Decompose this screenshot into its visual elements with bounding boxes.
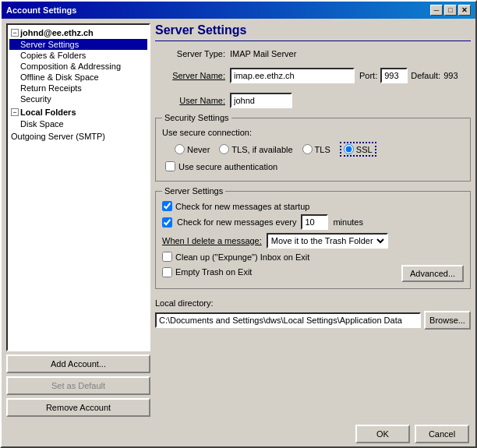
check-every-checkbox[interactable] [162,217,172,228]
minimize-button[interactable]: ─ [430,5,443,16]
sidebar-item-outgoing-smtp[interactable]: Outgoing Server (SMTP) [9,131,147,142]
server-type-value: IMAP Mail Server [230,49,296,58]
radio-tls-available-text: TLS, if available [231,145,292,154]
close-button[interactable]: ✕ [458,5,471,16]
delete-message-row: When I delete a message: Move it to the … [162,233,464,249]
secure-auth-row: Use secure authentication [165,161,464,171]
sidebar-item-server-settings[interactable]: Server Settings [9,39,147,50]
server-type-label: Server Type: [155,49,225,58]
ok-button[interactable]: OK [355,425,410,443]
sidebar-item-security[interactable]: Security [9,93,147,104]
main-content: − johnd@ee.ethz.ch Server Settings Copie… [2,19,475,422]
account-settings-window: Account Settings ─ □ ✕ − johnd@ee.ethz.c… [0,0,477,448]
tree-view: − johnd@ee.ethz.ch Server Settings Copie… [6,23,150,351]
check-every-label: Check for new messages every [177,217,296,227]
set-default-button[interactable]: Set as Default [6,376,150,395]
port-input[interactable] [380,68,408,83]
remove-account-button[interactable]: Remove Account [6,398,150,417]
radio-options-row: Never TLS, if available TLS SSL [175,142,464,157]
account-label[interactable]: johnd@ee.ethz.ch [20,28,94,37]
server-name-row: Server Name: Port: Default: 993 [155,68,471,83]
advanced-button[interactable]: Advanced... [401,265,464,282]
account-collapse-icon[interactable]: − [11,29,19,37]
default-label: Default: [411,71,440,80]
left-buttons: Add Account... Set as Default Remove Acc… [6,355,150,417]
local-directory-input[interactable] [155,312,421,328]
empty-trash-label: Empty Trash on Exit [175,267,252,277]
username-input[interactable] [230,93,292,108]
port-label: Port: [359,71,377,80]
delete-message-label: When I delete a message: [162,236,262,245]
radio-never-label[interactable]: Never [175,144,210,154]
check-startup-row: Check for new messages at startup [162,201,464,211]
cancel-button[interactable]: Cancel [415,425,469,443]
sidebar-item-offline-disk[interactable]: Offline & Disk Space [9,72,147,83]
add-account-button[interactable]: Add Account... [6,355,150,373]
cleanup-row: Clean up ("Expunge") Inbox on Exit [162,252,464,262]
browse-button[interactable]: Browse... [424,311,471,330]
local-folders-root: − Local Folders [9,106,147,118]
username-row: User Name: [155,93,471,108]
check-startup-label: Check for new messages at startup [175,202,309,211]
local-directory-section: Local directory: Browse... [155,298,471,330]
panel-title: Server Settings [155,23,471,41]
server-name-input[interactable] [230,68,355,83]
port-section: Port: Default: 993 [359,68,458,83]
server-type-row: Server Type: IMAP Mail Server [155,49,471,58]
radio-tls-available[interactable] [219,144,229,154]
empty-trash-row: Empty Trash on Exit [162,267,252,277]
security-settings-group: Security Settings Use secure connection:… [155,118,471,182]
check-every-row: Check for new messages every minutes [162,214,464,230]
secure-connection-row: Use secure connection: [162,128,464,137]
local-folders-collapse-icon[interactable]: − [11,108,19,116]
local-directory-label: Local directory: [155,298,214,308]
username-label: User Name: [155,96,225,105]
local-folders-label[interactable]: Local Folders [20,108,76,117]
sidebar-item-disk-space[interactable]: Disk Space [9,118,147,129]
title-bar-buttons: ─ □ ✕ [430,5,471,16]
title-bar: Account Settings ─ □ ✕ [2,2,475,19]
check-startup-checkbox[interactable] [162,201,172,211]
sidebar-item-return-receipts[interactable]: Return Receipts [9,83,147,93]
minutes-label: minutes [333,217,363,227]
radio-tls-available-label[interactable]: TLS, if available [219,144,292,154]
secure-auth-label: Use secure authentication [178,162,277,171]
local-directory-row: Browse... [155,311,471,330]
cleanup-label: Clean up ("Expunge") Inbox on Exit [175,252,309,262]
server-settings-group-label: Server Settings [162,186,225,196]
window-title: Account Settings [6,5,76,15]
radio-tls[interactable] [302,144,313,154]
maximize-button[interactable]: □ [444,5,457,16]
right-panel: Server Settings Server Type: IMAP Mail S… [155,23,471,417]
server-settings-group: Server Settings Check for new messages a… [155,191,471,289]
security-group-label: Security Settings [162,113,231,122]
radio-ssl[interactable] [344,144,354,154]
account-root: − johnd@ee.ethz.ch [9,26,147,39]
sidebar-item-composition-addressing[interactable]: Composition & Addressing [9,61,147,72]
radio-tls-text: TLS [315,145,330,154]
left-panel: − johnd@ee.ethz.ch Server Settings Copie… [6,23,150,417]
secure-connection-label: Use secure connection: [162,128,252,137]
default-value: 993 [443,71,458,80]
radio-tls-label[interactable]: TLS [302,144,330,154]
radio-ssl-label[interactable]: SSL [340,142,376,157]
cleanup-checkbox[interactable] [162,252,172,262]
empty-trash-checkbox[interactable] [162,267,172,277]
radio-never-text: Never [187,145,210,154]
sidebar-item-copies-folders[interactable]: Copies & Folders [9,50,147,61]
radio-ssl-text: SSL [356,145,373,154]
secure-auth-checkbox[interactable] [165,161,175,171]
bottom-bar: OK Cancel [2,422,475,446]
check-every-input[interactable] [301,214,328,230]
radio-never[interactable] [175,144,185,154]
server-name-label: Server Name: [155,71,225,80]
delete-message-select[interactable]: Move it to the Trash Folder [267,233,388,249]
